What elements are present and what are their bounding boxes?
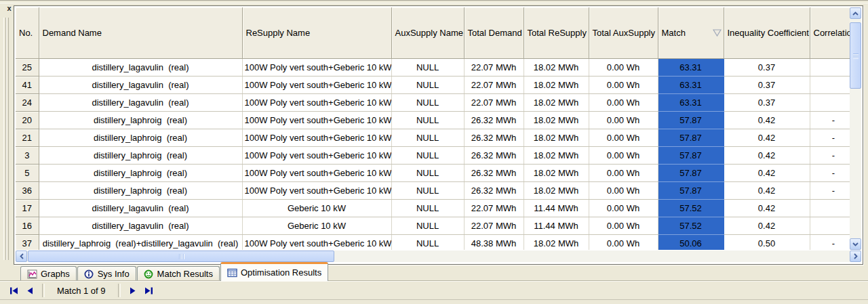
total-resupply-cell[interactable]: 18.02 MWh — [524, 94, 589, 112]
scroll-down-icon[interactable] — [850, 238, 861, 250]
horizontal-scrollbar[interactable] — [16, 251, 861, 262]
row-number-cell[interactable]: 20 — [16, 112, 39, 129]
total-resupply-cell[interactable]: 18.02 MWh — [524, 112, 589, 129]
resupply-name-cell[interactable]: 100W Poly vert south+Geberic 10 kW — [242, 147, 391, 165]
inequality-coefficient-cell[interactable]: 0.37 — [724, 59, 810, 77]
correlation-cell[interactable] — [810, 94, 850, 112]
resupply-name-cell[interactable]: 100W Poly vert south+Geberic 10 kW — [242, 94, 391, 112]
row-number-cell[interactable]: 25 — [16, 59, 39, 77]
inequality-coefficient-cell[interactable]: 0.42 — [724, 165, 810, 182]
row-number-cell[interactable]: 24 — [16, 94, 39, 112]
match-value-cell[interactable]: 57.87 — [658, 165, 724, 182]
close-panel-button[interactable]: x — [5, 4, 14, 13]
demand-name-cell[interactable]: distillery_lagavulin (real) — [39, 217, 242, 235]
total-demand-cell[interactable]: 26.32 MWh — [464, 129, 524, 147]
scroll-up-icon[interactable] — [850, 7, 861, 19]
auxsupply-name-cell[interactable]: NULL — [391, 94, 464, 112]
demand-name-cell[interactable]: distillery_laphroig (real) — [39, 112, 242, 129]
total-resupply-cell[interactable]: 18.02 MWh — [524, 182, 589, 200]
match-value-cell[interactable]: 63.31 — [658, 59, 724, 77]
total-resupply-cell[interactable]: 18.02 MWh — [524, 147, 589, 165]
total-demand-cell[interactable]: 48.38 MWh — [464, 235, 524, 251]
correlation-cell[interactable]: - — [810, 165, 850, 182]
inequality-coefficient-cell[interactable]: 0.42 — [724, 129, 810, 147]
auxsupply-name-cell[interactable]: NULL — [391, 200, 464, 217]
tab-match-results[interactable]: Match Results — [137, 266, 220, 281]
match-value-cell[interactable]: 57.87 — [658, 112, 724, 129]
total-auxsupply-cell[interactable]: 0.00 Wh — [589, 235, 658, 251]
row-number-cell[interactable]: 17 — [16, 200, 39, 217]
auxsupply-name-cell[interactable]: NULL — [391, 165, 464, 182]
auxsupply-name-cell[interactable]: NULL — [391, 147, 464, 165]
demand-name-cell[interactable]: distillery_lagavulin (real) — [39, 77, 242, 94]
auxsupply-name-cell[interactable]: NULL — [391, 59, 464, 77]
horizontal-scrollbar-thumb[interactable] — [28, 251, 334, 262]
last-match-icon[interactable] — [141, 284, 157, 297]
total-auxsupply-cell[interactable]: 0.00 Wh — [589, 77, 658, 94]
total-demand-cell[interactable]: 26.32 MWh — [464, 112, 524, 129]
total-demand-cell[interactable]: 26.32 MWh — [464, 165, 524, 182]
resupply-name-cell[interactable]: 100W Poly vert south+Geberic 10 kW — [242, 59, 391, 77]
col-header-total-auxsupply[interactable]: Total AuxSupply — [589, 7, 658, 59]
resupply-name-cell[interactable]: 100W Poly vert south+Geberic 10 kW — [242, 235, 391, 251]
col-header-match[interactable]: Match — [658, 7, 724, 59]
auxsupply-name-cell[interactable]: NULL — [391, 77, 464, 94]
correlation-cell[interactable] — [810, 77, 850, 94]
correlation-cell[interactable]: - — [810, 147, 850, 165]
col-header-total-demand[interactable]: Total Demand — [464, 7, 524, 59]
resupply-name-cell[interactable]: Geberic 10 kW — [242, 217, 391, 235]
scroll-right-icon[interactable] — [850, 251, 861, 262]
auxsupply-name-cell[interactable]: NULL — [391, 182, 464, 200]
total-auxsupply-cell[interactable]: 0.00 Wh — [589, 200, 658, 217]
col-header-resupply-name[interactable]: ReSupply Name — [242, 7, 391, 59]
total-resupply-cell[interactable]: 18.02 MWh — [524, 235, 589, 251]
total-auxsupply-cell[interactable]: 0.00 Wh — [589, 112, 658, 129]
next-match-icon[interactable] — [125, 284, 141, 297]
correlation-cell[interactable]: - — [810, 112, 850, 129]
auxsupply-name-cell[interactable]: NULL — [391, 235, 464, 251]
total-auxsupply-cell[interactable]: 0.00 Wh — [589, 147, 658, 165]
row-number-cell[interactable]: 36 — [16, 182, 39, 200]
demand-name-cell[interactable]: distillery_laphroig (real) — [39, 165, 242, 182]
total-resupply-cell[interactable]: 18.02 MWh — [524, 165, 589, 182]
total-auxsupply-cell[interactable]: 0.00 Wh — [589, 182, 658, 200]
row-number-cell[interactable]: 21 — [16, 129, 39, 147]
total-resupply-cell[interactable]: 11.44 MWh — [524, 217, 589, 235]
demand-name-cell[interactable]: distillery_laphroig (real) — [39, 182, 242, 200]
total-resupply-cell[interactable]: 18.02 MWh — [524, 77, 589, 94]
total-resupply-cell[interactable]: 18.02 MWh — [524, 129, 589, 147]
col-header-demand-name[interactable]: Demand Name — [39, 7, 242, 59]
vertical-scrollbar[interactable] — [850, 7, 861, 250]
match-value-cell[interactable]: 63.31 — [658, 77, 724, 94]
demand-name-cell[interactable]: distillery_laphroig (real)+distillery_la… — [39, 235, 242, 251]
inequality-coefficient-cell[interactable]: 0.42 — [724, 112, 810, 129]
total-resupply-cell[interactable]: 18.02 MWh — [524, 59, 589, 77]
auxsupply-name-cell[interactable]: NULL — [391, 112, 464, 129]
match-value-cell[interactable]: 57.87 — [658, 147, 724, 165]
col-header-inequality-coefficient[interactable]: Inequality Coefficient — [724, 7, 810, 59]
total-demand-cell[interactable]: 22.07 MWh — [464, 77, 524, 94]
col-header-auxsupply-name[interactable]: AuxSupply Name — [391, 7, 464, 59]
correlation-cell[interactable] — [810, 217, 850, 235]
auxsupply-name-cell[interactable]: NULL — [391, 129, 464, 147]
total-demand-cell[interactable]: 22.07 MWh — [464, 200, 524, 217]
tab-graphs[interactable]: Graphs — [20, 266, 77, 281]
total-auxsupply-cell[interactable]: 0.00 Wh — [589, 217, 658, 235]
demand-name-cell[interactable]: distillery_laphroig (real) — [39, 129, 242, 147]
inequality-coefficient-cell[interactable]: 0.42 — [724, 182, 810, 200]
total-resupply-cell[interactable]: 11.44 MWh — [524, 200, 589, 217]
inequality-coefficient-cell[interactable]: 0.42 — [724, 217, 810, 235]
row-number-cell[interactable]: 41 — [16, 77, 39, 94]
previous-match-icon[interactable] — [22, 284, 38, 297]
total-demand-cell[interactable]: 26.32 MWh — [464, 147, 524, 165]
total-demand-cell[interactable]: 22.07 MWh — [464, 59, 524, 77]
resupply-name-cell[interactable]: 100W Poly vert south+Geberic 10 kW — [242, 129, 391, 147]
demand-name-cell[interactable]: distillery_lagavulin (real) — [39, 59, 242, 77]
resupply-name-cell[interactable]: 100W Poly vert south+Geberic 10 kW — [242, 77, 391, 94]
correlation-cell[interactable]: - — [810, 235, 850, 251]
match-value-cell[interactable]: 57.87 — [658, 182, 724, 200]
first-match-icon[interactable] — [5, 284, 22, 297]
scroll-left-icon[interactable] — [16, 251, 27, 262]
resupply-name-cell[interactable]: 100W Poly vert south+Geberic 10 kW — [242, 112, 391, 129]
row-number-cell[interactable]: 5 — [16, 165, 39, 182]
